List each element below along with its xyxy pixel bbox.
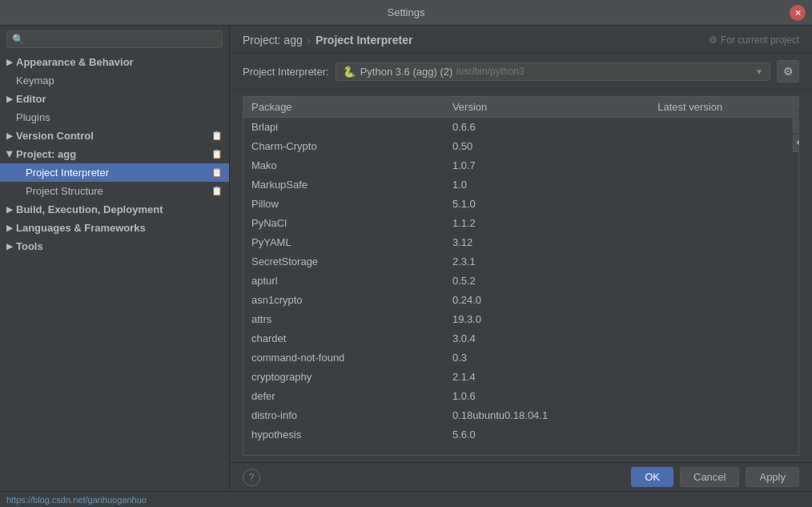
package-version: 1.0 — [444, 175, 649, 195]
package-table-container: Package Version Latest version Brlapi 0.… — [243, 96, 799, 456]
breadcrumb-current: Project Interpreter — [316, 34, 412, 46]
dropdown-arrow-icon: ▼ — [755, 67, 763, 76]
table-row[interactable]: PyYAML 3.12 — [243, 233, 798, 252]
breadcrumb: Project: agg › Project Interpreter ⚙ For… — [230, 26, 812, 54]
search-box[interactable]: 🔍 — [6, 30, 223, 48]
for-current-project: ⚙ For current project — [709, 34, 799, 46]
package-name: cryptography — [243, 368, 444, 387]
package-version: 19.3.0 — [444, 310, 649, 329]
sidebar-item-plugins[interactable]: Plugins — [0, 108, 229, 127]
package-name: asn1crypto — [243, 291, 444, 310]
package-name: chardet — [243, 329, 444, 348]
table-row[interactable]: cryptography 2.1.4 — [243, 368, 798, 387]
bottom-bar: ? OK Cancel Apply — [230, 462, 812, 491]
add-package-button[interactable]: + — [793, 96, 799, 114]
show-options-button[interactable]: 👁 — [793, 135, 799, 152]
package-version: 2.3.1 — [444, 252, 649, 272]
col-package: Package — [243, 97, 444, 118]
sidebar-item-label: Keymap — [16, 74, 54, 87]
package-version: 0.5.2 — [444, 272, 649, 291]
sidebar-item-label: Appearance & Behavior — [16, 56, 134, 68]
sidebar-item-build[interactable]: ▶ Build, Execution, Deployment — [0, 200, 229, 219]
package-version: 0.18ubuntu0.18.04.1 — [444, 406, 649, 425]
search-input[interactable] — [28, 34, 217, 45]
col-latest-version: Latest version — [649, 97, 798, 118]
chevron-icon: ▶ — [6, 95, 13, 103]
package-latest-version — [649, 368, 798, 387]
package-name: Charm-Crypto — [243, 137, 444, 156]
package-version: 0.50 — [444, 137, 649, 156]
sidebar-item-label: Project Structure — [26, 185, 103, 197]
sidebar-item-label: Plugins — [16, 111, 50, 123]
vcs-icon: 📋 — [211, 131, 223, 141]
sidebar-item-project-agg[interactable]: ▶ Project: agg 📋 — [0, 145, 229, 163]
interpreter-icon: 📋 — [211, 167, 223, 178]
sidebar-item-project-structure[interactable]: Project Structure 📋 — [0, 182, 229, 200]
sidebar-item-project-interpreter[interactable]: Project Interpreter 📋 — [0, 163, 229, 182]
sidebar-item-keymap[interactable]: Keymap — [0, 71, 229, 90]
package-version: 0.24.0 — [444, 291, 649, 310]
sidebar-item-label: Project Interpreter — [26, 167, 109, 179]
table-row[interactable]: Pillow 5.1.0 — [243, 195, 798, 214]
package-latest-version — [649, 291, 798, 310]
package-latest-version — [649, 175, 798, 195]
package-name: apturl — [243, 272, 444, 291]
package-latest-version — [649, 348, 798, 368]
sidebar-item-label: Languages & Frameworks — [16, 222, 146, 234]
package-table-wrapper[interactable]: Package Version Latest version Brlapi 0.… — [243, 96, 799, 456]
table-row[interactable]: Mako 1.0.7 — [243, 156, 798, 175]
interpreter-label: Project Interpreter: — [243, 66, 329, 78]
package-table: Package Version Latest version Brlapi 0.… — [243, 97, 798, 445]
package-version: 0.3 — [444, 348, 649, 368]
package-latest-version — [649, 137, 798, 156]
package-latest-version — [649, 156, 798, 175]
status-url: https://blog.csdn.net/ganhuoganhuo — [6, 495, 147, 505]
table-row[interactable]: asn1crypto 0.24.0 — [243, 291, 798, 310]
table-row[interactable]: attrs 19.3.0 — [243, 310, 798, 329]
interpreter-gear-button[interactable]: ⚙ — [777, 60, 799, 82]
settings-link-icon: ⚙ — [709, 34, 718, 46]
package-name: Brlapi — [243, 118, 444, 137]
cancel-button[interactable]: Cancel — [680, 467, 739, 487]
table-row[interactable]: chardet 3.0.4 — [243, 329, 798, 348]
interpreter-selector[interactable]: 🐍 Python 3.6 (agg) (2) /usr/bin/python3 … — [336, 62, 770, 81]
table-row[interactable]: defer 1.0.6 — [243, 387, 798, 406]
help-button[interactable]: ? — [243, 469, 260, 486]
structure-icon: 📋 — [211, 186, 223, 196]
sidebar-item-label: Project: agg — [16, 148, 76, 160]
package-latest-version — [649, 233, 798, 252]
sidebar-item-editor[interactable]: ▶ Editor — [0, 90, 229, 108]
close-button[interactable]: ✕ — [790, 5, 806, 21]
table-row[interactable]: PyNaCl 1.1.2 — [243, 214, 798, 233]
package-version: 5.1.0 — [444, 195, 649, 214]
sidebar-item-label: Tools — [16, 240, 43, 252]
sidebar-item-languages[interactable]: ▶ Languages & Frameworks — [0, 219, 229, 237]
package-name: PyNaCl — [243, 214, 444, 233]
apply-button[interactable]: Apply — [746, 467, 799, 487]
sidebar-item-appearance[interactable]: ▶ Appearance & Behavior — [0, 53, 229, 71]
sidebar-item-tools[interactable]: ▶ Tools — [0, 237, 229, 256]
package-latest-version — [649, 252, 798, 272]
table-row[interactable]: Charm-Crypto 0.50 — [243, 137, 798, 156]
package-name: distro-info — [243, 406, 444, 425]
package-latest-version — [649, 329, 798, 348]
table-row[interactable]: MarkupSafe 1.0 — [243, 175, 798, 195]
gear-icon: ⚙ — [783, 65, 794, 78]
table-toolbar: + − 👁 — [793, 96, 799, 152]
table-row[interactable]: distro-info 0.18ubuntu0.18.04.1 — [243, 406, 798, 425]
table-row[interactable]: Brlapi 0.6.6 — [243, 118, 798, 137]
sidebar-item-vcs[interactable]: ▶ Version Control 📋 — [0, 127, 229, 145]
table-row[interactable]: hypothesis 5.6.0 — [243, 425, 798, 445]
interpreter-path: /usr/bin/python3 — [456, 66, 524, 77]
chevron-icon: ▶ — [6, 223, 13, 232]
table-row[interactable]: apturl 0.5.2 — [243, 272, 798, 291]
ok-button[interactable]: OK — [631, 467, 673, 487]
package-version: 5.6.0 — [444, 425, 649, 445]
package-version: 1.0.7 — [444, 156, 649, 175]
remove-package-button[interactable]: − — [793, 115, 799, 133]
table-row[interactable]: command-not-found 0.3 — [243, 348, 798, 368]
chevron-open-icon: ▶ — [6, 151, 14, 158]
interpreter-name: Python 3.6 (agg) (2) — [360, 66, 453, 78]
package-name: defer — [243, 387, 444, 406]
table-row[interactable]: SecretStorage 2.3.1 — [243, 252, 798, 272]
